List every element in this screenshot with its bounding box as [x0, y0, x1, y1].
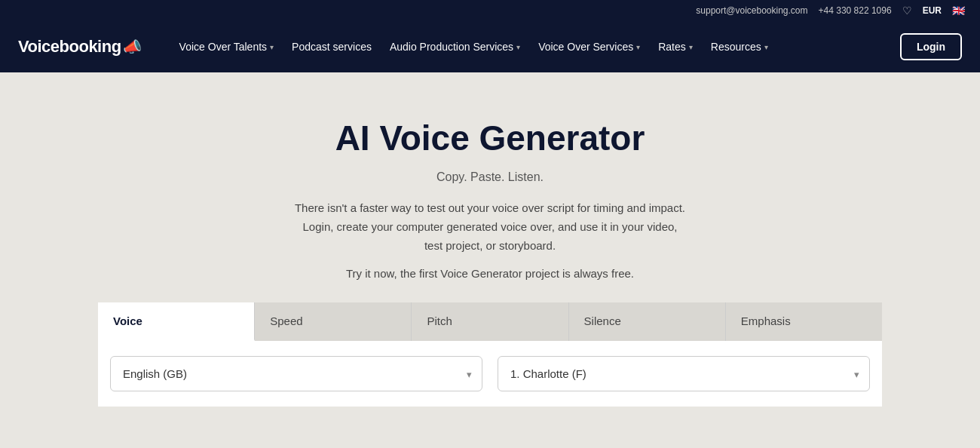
chevron-down-icon: ▾ — [270, 43, 274, 51]
chevron-down-icon: ▾ — [516, 43, 520, 51]
chevron-down-icon: ▾ — [764, 43, 768, 51]
language-select[interactable]: English (GB) English (US) French German … — [110, 356, 482, 391]
logo[interactable]: Voicebooking 📣 — [18, 37, 142, 57]
main-nav: Voicebooking 📣 Voice Over Talents ▾ Podc… — [0, 21, 980, 72]
nav-audio-production[interactable]: Audio Production Services ▾ — [382, 35, 528, 59]
hero-free-note: Try it now, the first Voice Generator pr… — [15, 267, 965, 280]
nav-voice-over-services[interactable]: Voice Over Services ▾ — [531, 35, 648, 59]
voice-select[interactable]: 1. Charlotte (F) 2. James (M) 3. Sophie … — [498, 356, 870, 391]
tab-silence[interactable]: Silence — [569, 302, 726, 341]
hero-description: There isn't a faster way to test out you… — [294, 199, 686, 255]
nav-podcast-services[interactable]: Podcast services — [284, 35, 379, 59]
support-email[interactable]: support@voicebooking.com — [696, 5, 807, 16]
language-dropdown-wrap: English (GB) English (US) French German … — [110, 356, 482, 391]
nav-resources[interactable]: Resources ▾ — [703, 35, 776, 59]
wishlist-icon[interactable]: ♡ — [902, 5, 912, 17]
tab-emphasis[interactable]: Emphasis — [726, 302, 882, 341]
chevron-down-icon: ▾ — [689, 43, 693, 51]
hero-tagline: Copy. Paste. Listen. — [15, 170, 965, 184]
nav-rates[interactable]: Rates ▾ — [651, 35, 700, 59]
chevron-down-icon: ▾ — [636, 43, 640, 51]
logo-megaphone-icon: 📣 — [123, 38, 142, 56]
voice-dropdown-wrap: 1. Charlotte (F) 2. James (M) 3. Sophie … — [498, 356, 870, 391]
nav-voice-over-talents[interactable]: Voice Over Talents ▾ — [172, 35, 281, 59]
hero-section: AI Voice Generator Copy. Paste. Listen. … — [0, 72, 980, 302]
currency-selector[interactable]: EUR — [923, 5, 942, 16]
tab-voice[interactable]: Voice — [98, 302, 255, 341]
phone-number[interactable]: +44 330 822 1096 — [819, 5, 892, 16]
top-bar: support@voicebooking.com +44 330 822 109… — [0, 0, 980, 21]
nav-links: Voice Over Talents ▾ Podcast services Au… — [172, 33, 962, 60]
login-button[interactable]: Login — [900, 33, 962, 60]
page-title: AI Voice Generator — [15, 118, 965, 158]
language-flag[interactable]: 🇬🇧 — [952, 5, 965, 17]
tab-speed[interactable]: Speed — [255, 302, 412, 341]
logo-text: Voicebooking — [18, 37, 121, 57]
tab-pitch[interactable]: Pitch — [412, 302, 568, 341]
dropdowns-row: English (GB) English (US) French German … — [98, 341, 882, 407]
voice-generator-section: Voice Speed Pitch Silence Emphasis Engli… — [83, 302, 897, 407]
tabs-row: Voice Speed Pitch Silence Emphasis — [98, 302, 882, 341]
